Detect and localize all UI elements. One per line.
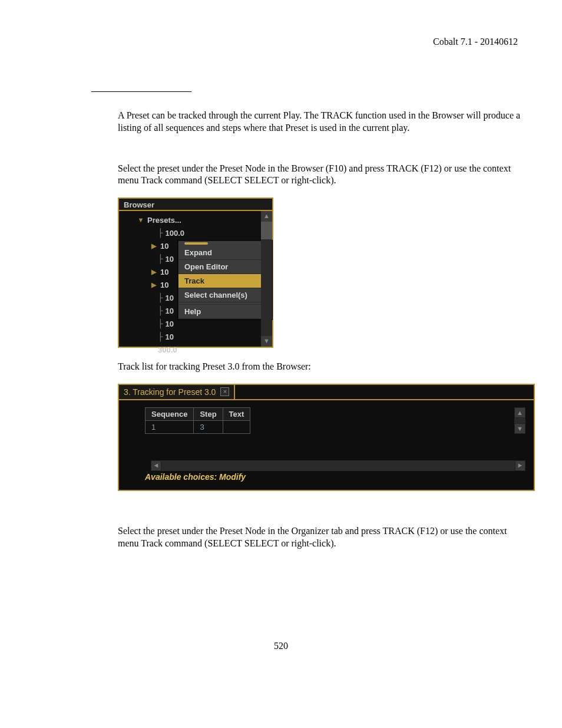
tree-item-label: 10 — [160, 242, 168, 251]
tree-item-label: 10 — [165, 332, 173, 341]
topic-underline — [91, 91, 191, 92]
available-choices: Available choices: Modify — [145, 471, 525, 485]
tree-item[interactable]: ├100.0 — [123, 226, 272, 239]
scroll-down-icon[interactable]: ▼ — [261, 336, 272, 347]
tree-item-label: 10 — [160, 268, 168, 276]
tree-item-label: 10 — [165, 255, 173, 263]
vertical-scrollbar[interactable]: ▲ ▼ — [261, 211, 272, 347]
scrollbar-thumb[interactable] — [261, 222, 272, 239]
menu-grip — [178, 241, 272, 246]
tracking-tab[interactable]: 3. Tracking for Preset 3.0 × — [119, 385, 235, 400]
tree-item[interactable]: 300.0 — [123, 343, 272, 356]
menu-item-track[interactable]: Track — [178, 274, 272, 288]
chevron-right-icon: ▶ — [150, 242, 158, 250]
tree-root[interactable]: ▼ Presets... — [123, 213, 272, 226]
menu-item-open-editor[interactable]: Open Editor — [178, 260, 272, 274]
paragraph-4: Select the preset under the Preset Node … — [118, 525, 530, 550]
tree-root-label: Presets... — [147, 216, 181, 225]
browser-panel: Browser ▼ Presets... ├100.0 ▶10 ├10 ▶10 … — [118, 197, 273, 348]
scroll-down-icon[interactable]: ▼ — [514, 423, 525, 434]
menu-item-expand[interactable]: Expand — [178, 246, 272, 260]
chevron-right-icon: ▶ — [150, 281, 158, 289]
cell-step: 3 — [194, 420, 223, 433]
tree-item-label: 300.0 — [158, 345, 177, 354]
paragraph-3: Track list for tracking Preset 3.0 from … — [118, 361, 530, 373]
paragraph-2: Select the preset under the Preset Node … — [118, 163, 530, 187]
tracking-table: Sequence Step Text 1 3 — [145, 407, 250, 434]
browser-title: Browser — [119, 199, 272, 211]
paragraph-1: A Preset can be tracked through the curr… — [118, 110, 530, 134]
horizontal-scrollbar[interactable]: ◄ ► — [151, 460, 525, 471]
table-row[interactable]: 1 3 — [146, 420, 250, 433]
page-number: 520 — [0, 641, 562, 651]
tree-item-label: 10 — [160, 281, 168, 289]
scroll-up-icon[interactable]: ▲ — [514, 407, 525, 418]
chevron-right-icon: ▶ — [150, 268, 158, 276]
scroll-right-icon[interactable]: ► — [515, 460, 525, 471]
vertical-scrollbar[interactable]: ▲ ▼ — [514, 407, 525, 434]
tree-item-label: 10 — [165, 294, 173, 302]
menu-item-help[interactable]: Help — [178, 305, 272, 319]
close-icon[interactable]: × — [220, 387, 229, 396]
col-text[interactable]: Text — [223, 407, 250, 420]
menu-item-select-channels[interactable]: Select channel(s) — [178, 288, 272, 302]
cell-sequence: 1 — [146, 420, 194, 433]
tree-item[interactable]: ├10 — [123, 330, 272, 343]
tree-item-label: 100.0 — [165, 229, 184, 238]
col-sequence[interactable]: Sequence — [146, 407, 194, 420]
tree-item-label: 10 — [165, 307, 173, 315]
tree-item-label: 10 — [165, 319, 173, 328]
tracking-panel: 3. Tracking for Preset 3.0 × Sequence St… — [118, 384, 535, 491]
scroll-up-icon[interactable]: ▲ — [261, 211, 272, 222]
scroll-left-icon[interactable]: ◄ — [151, 460, 161, 471]
tracking-tab-label: 3. Tracking for Preset 3.0 — [124, 387, 216, 397]
chevron-down-icon: ▼ — [137, 216, 145, 223]
context-menu: Expand Open Editor Track Select channel(… — [178, 241, 272, 319]
col-step[interactable]: Step — [194, 407, 223, 420]
cell-text — [223, 420, 250, 433]
doc-header-right: Cobalt 7.1 - 20140612 — [433, 37, 518, 47]
